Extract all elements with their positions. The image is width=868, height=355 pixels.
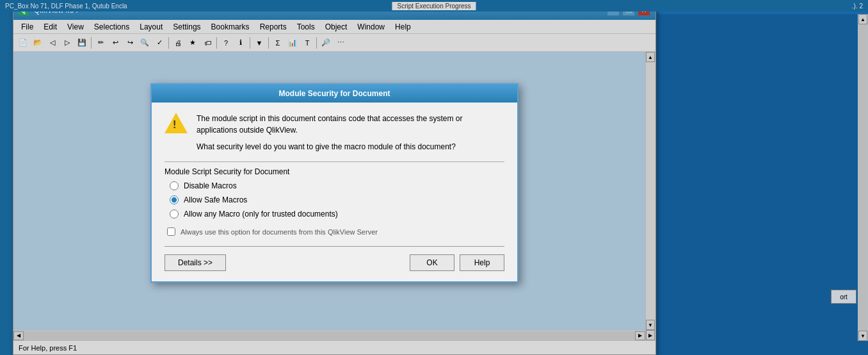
warning-icon (165, 113, 188, 136)
radio-allow-any[interactable]: Allow any Macro (only for trusted docume… (170, 210, 504, 219)
dialog-message-line1: The module script in this document conta… (197, 113, 504, 136)
radio-disable-label: Disable Macros (184, 181, 237, 190)
dialog-body: The module script in this document conta… (152, 103, 517, 281)
details-button[interactable]: Details >> (165, 254, 226, 271)
radio-disable-macros[interactable]: Disable Macros (170, 181, 504, 190)
ok-button[interactable]: OK (410, 254, 454, 271)
module-security-dialog: Module Security for Document The module … (150, 83, 518, 283)
radio-disable-input[interactable] (170, 181, 179, 190)
dialog-btn-group-right: OK Help (410, 254, 504, 271)
radio-any-label: Allow any Macro (only for trusted docume… (184, 210, 338, 219)
checkbox-section: Always use this option for documents fro… (167, 227, 504, 236)
radio-safe-input[interactable] (170, 195, 179, 204)
help-button[interactable]: Help (460, 254, 504, 271)
dialog-title: Module Security for Document (278, 89, 390, 98)
checkbox-label: Always use this option for documents fro… (181, 228, 378, 236)
dialog-divider (165, 246, 504, 247)
dialog-buttons: Details >> OK Help (165, 254, 504, 271)
radio-any-input[interactable] (170, 210, 179, 219)
dialog-message-section: The module script in this document conta… (165, 113, 504, 153)
dialog-titlebar: Module Security for Document (152, 85, 517, 103)
radio-allow-safe[interactable]: Allow Safe Macros (170, 195, 504, 204)
always-use-checkbox[interactable] (167, 227, 175, 236)
dialog-message-line2: What security level do you want to give … (197, 141, 504, 153)
radio-group: Disable Macros Allow Safe Macros Allow a… (170, 181, 504, 219)
radio-safe-label: Allow Safe Macros (184, 195, 247, 204)
dialog-message: The module script in this document conta… (197, 113, 504, 153)
section-label: Module Script Security for Document (165, 161, 504, 176)
warning-triangle (165, 113, 188, 133)
